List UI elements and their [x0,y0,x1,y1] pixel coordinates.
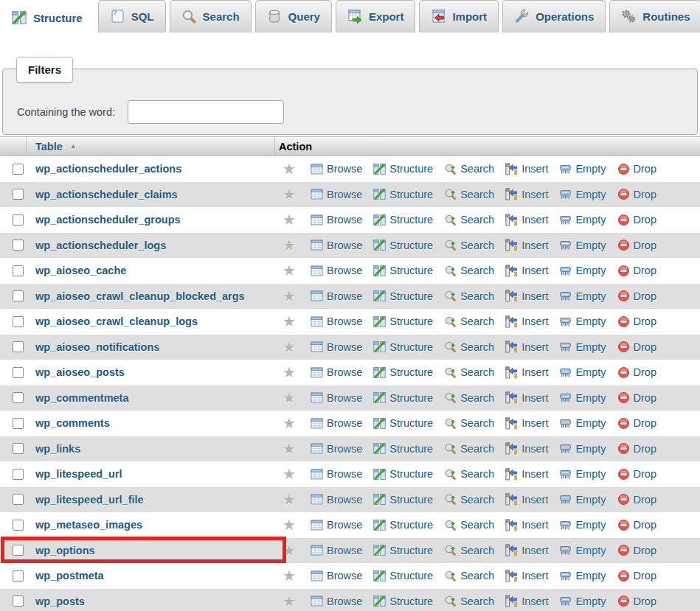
action-empty[interactable]: Empty [559,214,606,226]
table-name-link[interactable]: wp_actionscheduler_actions [35,163,181,175]
action-empty[interactable]: Empty [559,468,606,481]
action-structure[interactable]: Structure [373,391,433,404]
favorite-star-icon[interactable]: ★ [281,492,297,507]
favorite-star-icon[interactable]: ★ [281,543,297,558]
row-checkbox[interactable] [13,164,24,175]
action-search[interactable]: Search [444,442,494,455]
action-insert[interactable]: Insert [505,493,548,506]
action-browse[interactable]: Browse [311,265,362,277]
row-checkbox[interactable] [13,265,24,276]
action-search[interactable]: Search [444,417,494,430]
action-structure[interactable]: Structure [373,468,433,481]
action-empty[interactable]: Empty [559,188,606,200]
row-checkbox[interactable] [13,443,24,454]
row-checkbox[interactable] [13,189,24,200]
action-empty[interactable]: Empty [559,265,606,277]
action-browse[interactable]: Browse [311,570,362,582]
action-browse[interactable]: Browse [311,239,362,251]
action-browse[interactable]: Browse [311,519,362,531]
action-structure[interactable]: Structure [373,163,433,175]
action-search[interactable]: Search [444,290,494,302]
containing-word-input[interactable] [128,100,284,124]
action-structure[interactable]: Structure [373,493,433,506]
action-insert[interactable]: Insert [505,290,548,302]
table-name-link[interactable]: wp_litespeed_url_file [35,494,144,506]
action-insert[interactable]: Insert [505,214,548,226]
action-empty[interactable]: Empty [559,341,606,353]
action-insert[interactable]: Insert [505,315,548,328]
action-structure[interactable]: Structure [373,315,433,328]
row-checkbox[interactable] [13,570,24,582]
action-drop[interactable]: Drop [617,391,656,404]
action-insert[interactable]: Insert [505,442,548,455]
action-browse[interactable]: Browse [311,290,362,302]
action-browse[interactable]: Browse [311,417,362,430]
action-empty[interactable]: Empty [559,595,606,607]
table-name-link[interactable]: wp_litespeed_url [35,468,122,480]
row-checkbox[interactable] [13,316,24,327]
action-structure[interactable]: Structure [373,570,433,582]
action-empty[interactable]: Empty [559,544,606,556]
action-empty[interactable]: Empty [559,519,606,531]
action-drop[interactable]: Drop [617,214,656,226]
favorite-star-icon[interactable]: ★ [281,340,297,355]
tab-structure[interactable]: Structure [0,0,94,35]
action-drop[interactable]: Drop [617,570,656,582]
row-checkbox[interactable] [13,469,24,480]
table-name-link[interactable]: wp_metaseo_images [35,519,142,531]
action-browse[interactable]: Browse [311,341,362,353]
action-empty[interactable]: Empty [559,239,606,251]
action-search[interactable]: Search [444,391,494,404]
row-checkbox[interactable] [13,418,24,429]
row-checkbox[interactable] [13,290,24,301]
action-insert[interactable]: Insert [505,366,548,379]
action-structure[interactable]: Structure [373,188,433,200]
row-checkbox[interactable] [13,545,24,556]
action-structure[interactable]: Structure [373,595,433,607]
table-name-link[interactable]: wp_aioseo_cache [35,265,126,276]
action-drop[interactable]: Drop [617,442,656,455]
row-checkbox[interactable] [13,392,24,403]
action-insert[interactable]: Insert [505,417,548,430]
favorite-star-icon[interactable]: ★ [281,161,297,176]
table-name-link[interactable]: wp_actionscheduler_claims [35,189,178,200]
table-name-link[interactable]: wp_commentmeta [35,392,129,404]
row-checkbox[interactable] [13,214,24,226]
table-name-link[interactable]: wp_aioseo_notifications [35,341,159,353]
action-browse[interactable]: Browse [311,214,362,226]
sort-asc-icon[interactable]: ▲ [70,143,77,150]
favorite-star-icon[interactable]: ★ [281,212,297,227]
tab-export[interactable]: Export [336,0,416,32]
action-search[interactable]: Search [444,366,494,379]
action-browse[interactable]: Browse [311,493,362,506]
action-drop[interactable]: Drop [617,163,656,175]
row-checkbox[interactable] [13,596,24,607]
action-structure[interactable]: Structure [373,341,433,353]
row-checkbox[interactable] [13,240,24,251]
table-name-link[interactable]: wp_posts [35,596,85,607]
action-structure[interactable]: Structure [373,265,433,277]
action-search[interactable]: Search [444,163,494,175]
action-structure[interactable]: Structure [373,519,433,531]
action-search[interactable]: Search [444,570,494,582]
action-insert[interactable]: Insert [505,468,548,481]
action-empty[interactable]: Empty [559,442,606,455]
action-structure[interactable]: Structure [373,366,433,379]
tab-import[interactable]: Import [419,0,499,32]
table-name-link[interactable]: wp_aioseo_crawl_cleanup_logs [35,315,198,327]
action-empty[interactable]: Empty [559,163,606,175]
tab-query[interactable]: Query [255,0,332,32]
table-name-link[interactable]: wp_options [35,545,95,556]
table-name-link[interactable]: wp_postmeta [35,570,104,582]
table-name-link[interactable]: wp_actionscheduler_logs [35,240,166,251]
action-empty[interactable]: Empty [559,315,606,328]
action-search[interactable]: Search [444,214,494,226]
action-drop[interactable]: Drop [617,366,656,379]
favorite-star-icon[interactable]: ★ [281,467,297,481]
table-name-link[interactable]: wp_actionscheduler_groups [35,214,181,226]
favorite-star-icon[interactable]: ★ [281,365,297,380]
action-insert[interactable]: Insert [505,265,548,277]
row-checkbox[interactable] [13,341,24,352]
action-insert[interactable]: Insert [505,341,548,353]
favorite-star-icon[interactable]: ★ [281,187,297,202]
